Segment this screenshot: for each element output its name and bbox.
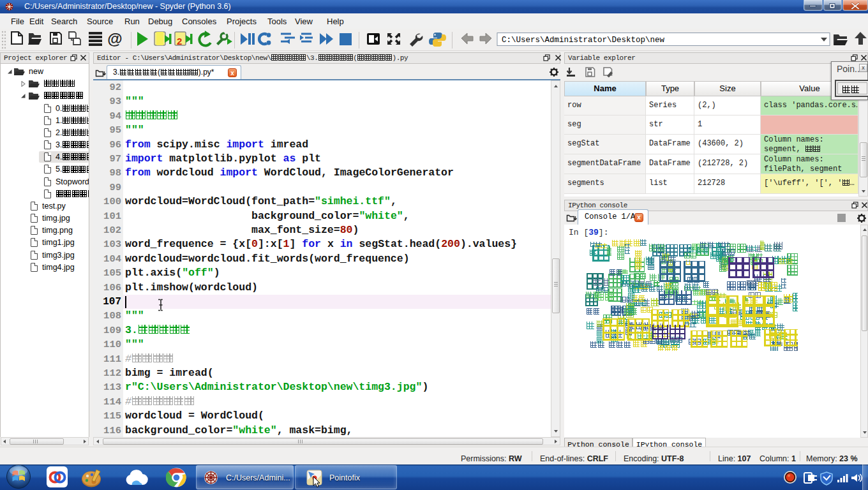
svg-text:2: 2 (177, 36, 182, 47)
svg-text:C:\Users\Administrator\Desktop: C:\Users\Administrator\Desktop\new (502, 36, 665, 45)
svg-text:@: @ (107, 30, 122, 47)
